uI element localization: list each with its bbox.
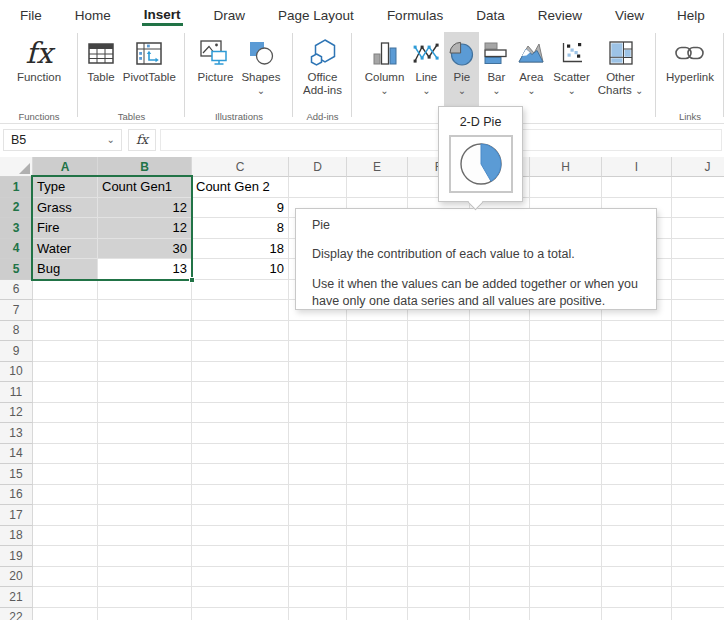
area-chart-button[interactable]: Area ⌄ — [513, 32, 549, 110]
cell-D22[interactable] — [289, 608, 347, 620]
row-header-18[interactable]: 18 — [0, 526, 33, 547]
cell-H15[interactable] — [530, 464, 602, 485]
cell-G13[interactable] — [470, 423, 530, 444]
select-all-corner[interactable] — [0, 157, 33, 177]
column-header-B[interactable]: B — [98, 157, 192, 177]
line-chart-button[interactable]: Line ⌄ — [408, 32, 444, 110]
column-header-D[interactable]: D — [289, 157, 347, 177]
cell-I9[interactable] — [602, 341, 672, 362]
cell-I11[interactable] — [602, 382, 672, 403]
row-header-5[interactable]: 5 — [0, 259, 33, 280]
function-button[interactable]: fx Function — [13, 32, 65, 110]
cell-A8[interactable] — [33, 321, 98, 342]
row-header-21[interactable]: 21 — [0, 587, 33, 608]
menu-help[interactable]: Help — [675, 3, 707, 26]
cell-B8[interactable] — [98, 321, 192, 342]
cell-E16[interactable] — [347, 485, 408, 506]
cell-C12[interactable] — [192, 403, 289, 424]
cell-A18[interactable] — [33, 526, 98, 547]
cell-H20[interactable] — [530, 567, 602, 588]
row-header-6[interactable]: 6 — [0, 280, 33, 301]
cell-E21[interactable] — [347, 587, 408, 608]
row-header-10[interactable]: 10 — [0, 362, 33, 383]
cell-J9[interactable] — [672, 341, 724, 362]
cell-G12[interactable] — [470, 403, 530, 424]
cell-F21[interactable] — [408, 587, 470, 608]
cell-F13[interactable] — [408, 423, 470, 444]
cell-B4[interactable]: 30 — [98, 239, 192, 260]
cell-E18[interactable] — [347, 526, 408, 547]
cell-J5[interactable] — [672, 259, 724, 280]
cell-D13[interactable] — [289, 423, 347, 444]
cell-I19[interactable] — [602, 546, 672, 567]
cell-J3[interactable] — [672, 218, 724, 239]
cell-H14[interactable] — [530, 444, 602, 465]
row-header-22[interactable]: 22 — [0, 608, 33, 620]
cell-D11[interactable] — [289, 382, 347, 403]
cell-D16[interactable] — [289, 485, 347, 506]
cell-E11[interactable] — [347, 382, 408, 403]
cell-C18[interactable] — [192, 526, 289, 547]
cell-B6[interactable] — [98, 280, 192, 301]
cell-B12[interactable] — [98, 403, 192, 424]
cell-A16[interactable] — [33, 485, 98, 506]
cell-B22[interactable] — [98, 608, 192, 620]
row-header-4[interactable]: 4 — [0, 239, 33, 260]
cell-E14[interactable] — [347, 444, 408, 465]
cell-C22[interactable] — [192, 608, 289, 620]
cell-I18[interactable] — [602, 526, 672, 547]
hyperlink-button[interactable]: Hyperlink — [662, 32, 718, 110]
cell-I16[interactable] — [602, 485, 672, 506]
cell-H21[interactable] — [530, 587, 602, 608]
cell-I1[interactable] — [602, 177, 672, 198]
cell-G17[interactable] — [470, 505, 530, 526]
cell-E12[interactable] — [347, 403, 408, 424]
cell-A19[interactable] — [33, 546, 98, 567]
cell-C15[interactable] — [192, 464, 289, 485]
menu-data[interactable]: Data — [474, 3, 507, 26]
cell-B10[interactable] — [98, 362, 192, 383]
cell-B19[interactable] — [98, 546, 192, 567]
row-header-15[interactable]: 15 — [0, 464, 33, 485]
cell-J2[interactable] — [672, 198, 724, 219]
cell-A21[interactable] — [33, 587, 98, 608]
cell-C8[interactable] — [192, 321, 289, 342]
column-header-C[interactable]: C — [192, 157, 289, 177]
menu-review[interactable]: Review — [536, 3, 584, 26]
cell-B15[interactable] — [98, 464, 192, 485]
cell-H12[interactable] — [530, 403, 602, 424]
pie-chart-button[interactable]: Pie ⌄ — [444, 32, 479, 114]
cell-H16[interactable] — [530, 485, 602, 506]
cell-F11[interactable] — [408, 382, 470, 403]
cell-I17[interactable] — [602, 505, 672, 526]
cell-H13[interactable] — [530, 423, 602, 444]
bar-chart-button[interactable]: Bar ⌄ — [479, 32, 513, 110]
cell-G22[interactable] — [470, 608, 530, 620]
cell-H1[interactable] — [530, 177, 602, 198]
cell-D8[interactable] — [289, 321, 347, 342]
cell-H19[interactable] — [530, 546, 602, 567]
menu-insert[interactable]: Insert — [142, 2, 183, 26]
cell-E9[interactable] — [347, 341, 408, 362]
cell-F8[interactable] — [408, 321, 470, 342]
cell-D14[interactable] — [289, 444, 347, 465]
cell-D21[interactable] — [289, 587, 347, 608]
row-header-14[interactable]: 14 — [0, 444, 33, 465]
cell-B20[interactable] — [98, 567, 192, 588]
cell-J12[interactable] — [672, 403, 724, 424]
2d-pie-option[interactable] — [449, 135, 513, 193]
cell-I13[interactable] — [602, 423, 672, 444]
cell-J4[interactable] — [672, 239, 724, 260]
cell-F19[interactable] — [408, 546, 470, 567]
cell-E1[interactable] — [347, 177, 408, 198]
insert-function-button[interactable]: fx — [128, 129, 156, 151]
cell-J11[interactable] — [672, 382, 724, 403]
cell-J18[interactable] — [672, 526, 724, 547]
cell-C19[interactable] — [192, 546, 289, 567]
cell-B16[interactable] — [98, 485, 192, 506]
row-header-16[interactable]: 16 — [0, 485, 33, 506]
row-header-17[interactable]: 17 — [0, 505, 33, 526]
row-header-8[interactable]: 8 — [0, 321, 33, 342]
cell-A9[interactable] — [33, 341, 98, 362]
menu-home[interactable]: Home — [73, 3, 113, 26]
